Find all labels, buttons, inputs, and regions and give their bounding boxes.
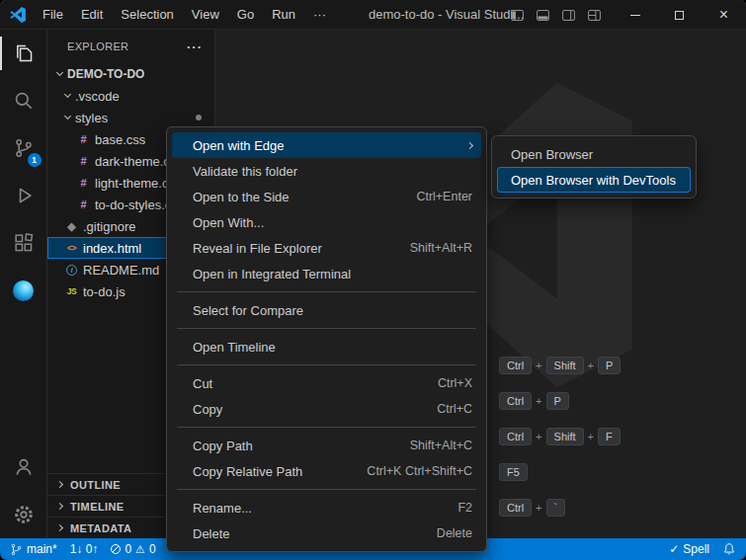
menu-item-shortcut: Ctrl+Enter xyxy=(416,190,472,203)
spell-label: Spell xyxy=(683,542,709,556)
key-chip: P xyxy=(598,357,621,374)
status-bar-left: main* 1↓ 0↑ 0 ⚠ 0 xyxy=(10,538,156,560)
minimize-button[interactable] xyxy=(613,0,657,30)
maximize-button[interactable] xyxy=(657,0,702,30)
tree-item-label: .gitignore xyxy=(83,219,135,234)
accounts-button[interactable] xyxy=(0,443,47,491)
menu-item[interactable]: CopyCtrl+C xyxy=(172,396,481,422)
more-actions-icon[interactable]: ··· xyxy=(187,40,203,54)
run-debug-icon xyxy=(13,185,35,206)
key-chip: F xyxy=(598,428,621,445)
close-button[interactable]: × xyxy=(702,0,746,30)
menu-item[interactable]: Open in Integrated Terminal xyxy=(172,261,481,286)
search-activity-button[interactable] xyxy=(0,77,47,124)
html-file-icon: <> xyxy=(65,243,78,253)
css-file-icon: # xyxy=(77,199,90,210)
menu-item[interactable]: Open with Edge xyxy=(172,132,481,158)
submenu-item[interactable]: Open Browser xyxy=(497,141,691,167)
spell-status[interactable]: ✓ Spell xyxy=(669,538,709,560)
run-debug-activity-button[interactable] xyxy=(0,172,47,219)
menu-item[interactable]: Open to the SideCtrl+Enter xyxy=(172,184,481,209)
explorer-activity-button[interactable] xyxy=(0,30,47,77)
modified-dot xyxy=(196,115,202,120)
shortcut-row: Ctrl+Shift+F xyxy=(499,427,621,446)
tree-item[interactable]: styles xyxy=(47,107,214,128)
branch-label: main* xyxy=(27,542,57,556)
chevron-right-icon xyxy=(56,524,63,531)
menu-item-label: Validate this folder xyxy=(193,164,472,179)
warning-count: 0 xyxy=(149,542,156,556)
source-control-activity-button[interactable]: 1 xyxy=(0,124,47,172)
menu-separator xyxy=(177,427,476,428)
menu-item-label: Copy Relative Path xyxy=(193,464,347,479)
activity-bar-bottom xyxy=(0,443,47,538)
menu-item[interactable]: Rename...F2 xyxy=(172,495,481,520)
menubar-item[interactable]: Selection xyxy=(112,4,182,26)
menubar-item[interactable]: Edit xyxy=(72,4,112,26)
menu-item[interactable]: DeleteDelete xyxy=(172,520,481,546)
menu-item[interactable]: Reveal in File ExplorerShift+Alt+R xyxy=(172,235,481,261)
menu-item-shortcut: Ctrl+C xyxy=(437,402,472,416)
menubar-item[interactable]: View xyxy=(183,4,228,26)
menu-item-label: Open in Integrated Terminal xyxy=(193,267,472,281)
window-title: demo-to-do - Visual Studi... xyxy=(369,0,524,30)
activity-bar: 1 xyxy=(0,30,47,538)
key-chip: Shift xyxy=(546,357,584,374)
menu-item-label: Delete xyxy=(193,526,417,541)
vscode-window: FileEditSelectionViewGoRun··· demo-to-do… xyxy=(0,0,746,560)
git-branch-status[interactable]: main* xyxy=(10,538,57,560)
title-bar: FileEditSelectionViewGoRun··· demo-to-do… xyxy=(0,0,746,30)
menubar-item[interactable]: Run xyxy=(263,4,304,26)
menu-item-label: Open Timeline xyxy=(193,340,472,355)
menu-item[interactable]: Select for Compare xyxy=(172,297,481,323)
menubar-item[interactable]: File xyxy=(34,4,72,26)
toggle-sidebar-icon[interactable] xyxy=(510,8,525,23)
chevron-right-icon xyxy=(56,481,63,488)
error-icon xyxy=(111,544,121,554)
shortcut-row: Ctrl+` xyxy=(499,498,621,518)
customize-layout-icon[interactable] xyxy=(587,8,602,23)
menu-item[interactable]: Open Timeline xyxy=(172,334,481,360)
tree-item[interactable]: .vscode xyxy=(47,85,214,107)
problems-status[interactable]: 0 ⚠ 0 xyxy=(111,538,155,560)
account-icon xyxy=(13,456,35,478)
sync-status[interactable]: 1↓ 0↑ xyxy=(70,538,99,560)
vscode-logo-icon xyxy=(10,7,26,23)
js-file-icon: JS xyxy=(65,286,78,296)
submenu-item[interactable]: Open Browser with DevTools xyxy=(497,167,691,193)
close-icon: × xyxy=(719,7,728,23)
settings-button[interactable] xyxy=(0,491,47,538)
section-label: METADATA xyxy=(70,522,131,534)
window-controls: × xyxy=(613,0,746,30)
md-file-icon: i xyxy=(66,265,77,276)
chevron-down-icon xyxy=(64,91,71,98)
menu-item[interactable]: Copy Relative PathCtrl+K Ctrl+Shift+C xyxy=(172,458,481,484)
extensions-activity-button[interactable] xyxy=(0,219,47,267)
menu-item-label: Select for Compare xyxy=(193,303,472,318)
watermark-shortcuts: Ctrl+Shift+PCtrl+PCtrl+Shift+FF5Ctrl+` xyxy=(499,356,621,533)
menu-item[interactable]: Copy PathShift+Alt+C xyxy=(172,433,481,458)
menu-item-shortcut: Ctrl+K Ctrl+Shift+C xyxy=(367,464,472,478)
menubar-item[interactable]: Go xyxy=(228,4,263,26)
tree-item[interactable]: DEMO-TO-DO xyxy=(47,63,214,85)
menu-item[interactable]: CutCtrl+X xyxy=(172,370,481,396)
key-chip: P xyxy=(546,392,569,410)
toggle-secondary-sidebar-icon[interactable] xyxy=(561,8,576,23)
menubar-item[interactable]: ··· xyxy=(304,4,335,26)
menu-item-shortcut: Ctrl+X xyxy=(438,376,472,390)
shortcut-row: Ctrl+P xyxy=(499,391,621,411)
css-file-icon: # xyxy=(77,177,90,189)
edge-tools-activity-button[interactable] xyxy=(0,267,47,314)
edge-tools-icon xyxy=(13,280,34,301)
toggle-panel-icon[interactable] xyxy=(536,8,550,23)
menu-item-label: Copy xyxy=(193,402,417,417)
notifications-button[interactable] xyxy=(722,538,736,560)
menu-item[interactable]: Open With... xyxy=(172,209,481,235)
menu-item-label: Open to the Side xyxy=(193,190,396,204)
git-file-icon: ◆ xyxy=(65,220,78,233)
menu-item-shortcut: F2 xyxy=(457,501,472,515)
menu-separator xyxy=(177,328,476,329)
menu-item[interactable]: Validate this folder xyxy=(172,158,481,184)
key-chip: F5 xyxy=(499,463,528,481)
plus-separator: + xyxy=(536,395,541,407)
